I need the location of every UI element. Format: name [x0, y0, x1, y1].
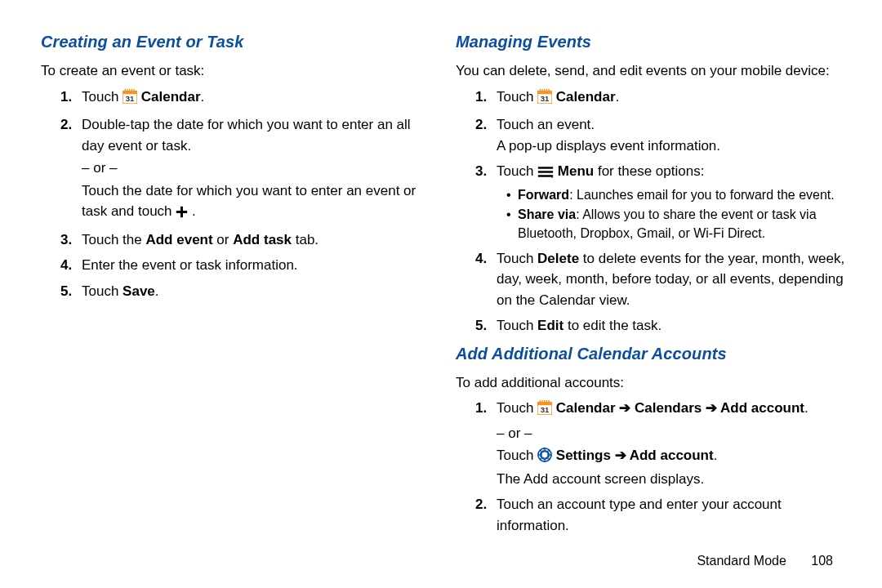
text: Double-tap the date for which you want t…	[82, 117, 411, 154]
step-number: 3.	[475, 161, 487, 182]
step-number: 5.	[475, 315, 487, 336]
left-step-4: 4. Enter the event or task information.	[60, 255, 434, 276]
bullet-share: Share via: Allows you to share the event…	[506, 206, 849, 243]
text: Touch	[497, 318, 537, 333]
calendar-icon	[537, 89, 552, 110]
save-label: Save	[122, 283, 155, 299]
or-separator: – or –	[82, 158, 434, 179]
text: Touch	[497, 163, 537, 179]
heading-add-accounts: Add Additional Calendar Accounts	[456, 341, 849, 366]
text: Touch the	[82, 232, 145, 247]
text: tab.	[292, 232, 318, 247]
step-number: 2.	[475, 114, 487, 136]
edit-label: Edit	[537, 318, 564, 333]
calendar-path-label: Calendar ➔ Calendars ➔ Add account	[556, 400, 804, 416]
or-separator: – or –	[497, 423, 849, 444]
settings-path-label: Settings ➔ Add account	[556, 448, 714, 463]
plus-icon	[176, 203, 188, 225]
step-number: 4.	[475, 248, 487, 270]
step-number: 4.	[60, 255, 72, 276]
left-step-3: 3. Touch the Add event or Add task tab.	[60, 229, 434, 251]
intro-right-1: You can delete, send, and edit events on…	[456, 60, 849, 82]
heading-managing: Managing Events	[456, 29, 849, 54]
step-number: 5.	[60, 281, 72, 302]
substep-text: The Add account screen displays.	[497, 469, 849, 490]
right-step-2: 2. Touch an event. A pop-up displays eve…	[475, 114, 849, 156]
menu-icon	[537, 163, 554, 185]
text: .	[804, 400, 808, 416]
right-step-5: 5. Touch Edit to edit the task.	[475, 315, 849, 336]
calendar-label: Calendar	[141, 89, 201, 105]
menu-label: Menu	[558, 163, 594, 179]
text: .	[201, 89, 205, 105]
calendar-icon	[122, 89, 137, 110]
left-column: Creating an Event or Task To create an e…	[41, 29, 451, 588]
text: Touch	[497, 448, 537, 463]
intro-left: To create an event or task:	[41, 60, 434, 82]
bullet-forward: Forward: Launches email for you to forwa…	[506, 186, 849, 205]
text: Touch an account type and enter your acc…	[497, 497, 782, 533]
text: Touch	[497, 89, 537, 105]
step-number: 3.	[60, 229, 72, 251]
text: Touch the date for which you want to ent…	[82, 183, 416, 220]
text: Touch	[82, 283, 122, 299]
step-number: 2.	[60, 114, 72, 136]
step-number: 1.	[475, 87, 487, 108]
footer-mode: Standard Mode	[697, 554, 786, 568]
step-number: 1.	[475, 398, 487, 419]
intro-right-2: To add additional accounts:	[456, 372, 849, 394]
text: for these options:	[594, 163, 704, 179]
right-step-1: 1. Touch Calendar.	[475, 87, 849, 110]
text: : Launches email for you to forward the …	[569, 188, 835, 202]
text: .	[714, 448, 718, 463]
text: .	[192, 203, 196, 219]
left-step-5: 5. Touch Save.	[60, 281, 434, 302]
text: or	[213, 232, 234, 247]
settings-icon	[537, 448, 552, 469]
text: .	[616, 89, 620, 105]
calendar-label: Calendar	[556, 89, 616, 105]
accounts-step-2: 2. Touch an account type and enter your …	[475, 494, 849, 536]
text: Touch	[497, 251, 537, 266]
heading-creating: Creating an Event or Task	[41, 29, 434, 54]
text: Touch	[497, 400, 537, 416]
substep-text: A pop-up displays event information.	[497, 136, 849, 157]
right-step-3: 3. Touch Menu for these options: Forward…	[475, 161, 849, 243]
text: Enter the event or task information.	[82, 257, 298, 273]
step-number: 2.	[475, 494, 487, 515]
add-event-label: Add event	[145, 232, 212, 247]
footer-page-number: 108	[811, 554, 833, 568]
left-step-1: 1. Touch Calendar.	[60, 87, 434, 110]
accounts-step-1: 1. Touch Calendar ➔ Calendars ➔ Add acco…	[475, 398, 849, 489]
share-label: Share via	[518, 207, 576, 221]
right-step-4: 4. Touch Delete to delete events for the…	[475, 248, 849, 311]
right-column: Managing Events You can delete, send, an…	[451, 29, 849, 588]
step-number: 1.	[60, 87, 72, 108]
calendar-icon	[537, 400, 552, 421]
text: .	[155, 283, 159, 299]
text: to edit the task.	[564, 318, 662, 333]
text: Touch	[82, 89, 122, 105]
page-footer: Standard Mode 108	[697, 554, 833, 568]
delete-label: Delete	[537, 251, 579, 266]
left-step-2: 2. Double-tap the date for which you wan…	[60, 114, 434, 225]
text: Touch an event.	[497, 117, 595, 132]
add-task-label: Add task	[233, 232, 292, 247]
forward-label: Forward	[518, 188, 569, 202]
